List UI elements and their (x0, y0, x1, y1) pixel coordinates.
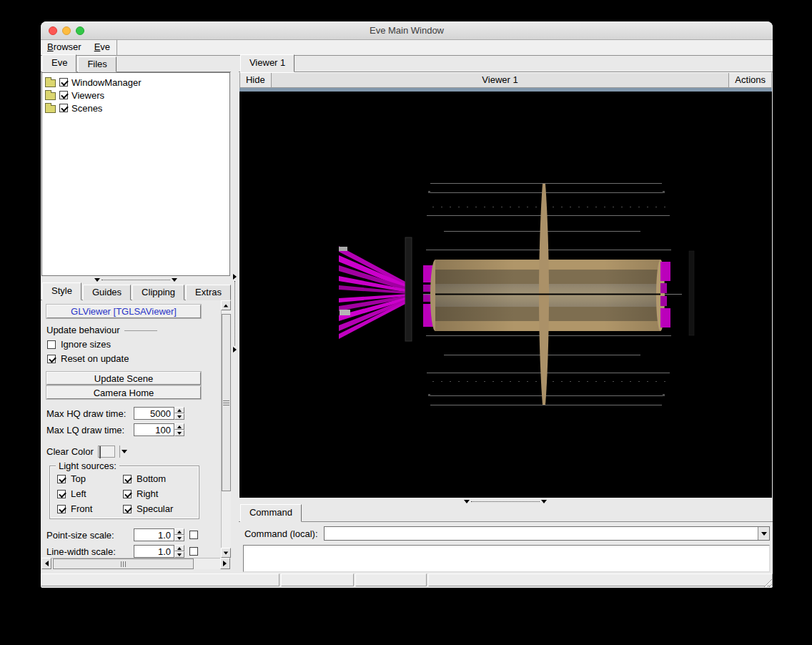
panel-vertical-splitter[interactable] (231, 56, 239, 572)
eve-main-window: Eve Main Window Browser Eve Eve Files Wi… (41, 21, 773, 588)
reset-on-update-row[interactable]: Reset on update (46, 353, 218, 364)
point-size-input[interactable] (134, 528, 174, 541)
line-width-input[interactable] (134, 545, 174, 558)
clear-color-row: Clear Color (46, 445, 218, 458)
actions-button[interactable]: Actions (728, 73, 771, 87)
folder-icon (45, 79, 56, 87)
tab-eve[interactable]: Eve (42, 54, 76, 72)
spin-up-icon[interactable] (174, 545, 184, 551)
light-front[interactable]: Front (57, 503, 123, 514)
update-behaviour-section: Update behaviour (46, 325, 218, 335)
window-title: Eve Main Window (370, 25, 444, 36)
spin-up-icon[interactable] (174, 528, 184, 535)
splitter-dots (234, 281, 235, 345)
line-width-checkbox[interactable] (189, 547, 198, 556)
light-left[interactable]: Left (57, 488, 123, 499)
camera-home-button[interactable]: Camera Home (46, 386, 201, 399)
light-top[interactable]: Top (57, 473, 123, 484)
checkbox-viewers[interactable] (59, 91, 68, 99)
glviewer-class-button[interactable]: GLViewer [TGLSAViewer] (46, 305, 201, 318)
max-hq-spinner (134, 407, 184, 420)
light-bottom-checkbox[interactable] (123, 475, 132, 483)
reset-on-update-checkbox[interactable] (47, 355, 56, 363)
section-divider (124, 330, 157, 331)
checkbox-scenes[interactable] (59, 104, 68, 112)
light-right[interactable]: Right (123, 488, 194, 499)
ignore-sizes-checkbox[interactable] (47, 340, 56, 349)
editor-vertical-scrollbar[interactable] (221, 300, 231, 558)
tab-style[interactable]: Style (42, 282, 81, 300)
max-lq-input[interactable] (134, 423, 174, 436)
light-right-checkbox[interactable] (123, 490, 132, 498)
scroll-down-icon[interactable] (221, 548, 231, 558)
scroll-right-icon[interactable] (220, 558, 230, 569)
desktop-background: Eve Main Window Browser Eve Eve Files Wi… (0, 0, 812, 645)
editor-tabbar: Style Guides Clipping Extras (41, 284, 231, 300)
folder-icon (45, 105, 56, 113)
clear-color-swatch[interactable] (98, 445, 115, 458)
scrollbar-track[interactable] (51, 558, 220, 569)
clear-color-dropdown[interactable] (119, 445, 129, 458)
tab-clipping[interactable]: Clipping (132, 285, 184, 300)
splitter-dots (471, 501, 540, 502)
update-scene-button[interactable]: Update Scene (46, 372, 201, 385)
spin-down-icon[interactable] (174, 413, 184, 420)
tab-command[interactable]: Command (240, 504, 302, 522)
scrollbar-thumb[interactable] (222, 314, 231, 491)
status-segment (355, 573, 427, 586)
light-bottom[interactable]: Bottom (123, 473, 194, 484)
checkbox-windowmanager[interactable] (59, 78, 68, 87)
point-size-checkbox[interactable] (189, 531, 198, 539)
spin-down-icon[interactable] (174, 551, 184, 558)
minimize-window-icon[interactable] (62, 26, 71, 35)
color-black (99, 446, 101, 458)
max-hq-input[interactable] (134, 407, 174, 420)
tab-viewer-1[interactable]: Viewer 1 (240, 54, 294, 72)
menu-bar: Browser Eve (41, 40, 773, 56)
left-panel: Eve Files WindowManager Viewers (41, 56, 231, 572)
light-specular-checkbox[interactable] (123, 505, 132, 513)
light-specular[interactable]: Specular (123, 503, 194, 514)
ignore-sizes-row[interactable]: Ignore sizes (46, 339, 218, 350)
light-front-checkbox[interactable] (57, 505, 66, 513)
editor-horizontal-scrollbar[interactable] (41, 558, 230, 569)
scene-tree[interactable]: WindowManager Viewers Scenes (41, 72, 230, 276)
scrollbar-track[interactable] (221, 310, 231, 548)
zoom-window-icon[interactable] (76, 26, 84, 35)
folder-icon (45, 92, 56, 100)
thumb-grip (121, 561, 126, 567)
window-titlebar[interactable]: Eve Main Window (41, 21, 773, 40)
splitter-arrow-icon (94, 278, 100, 282)
command-panel: Command (local): (239, 522, 773, 572)
detector-render (239, 92, 772, 498)
command-output[interactable] (243, 545, 770, 572)
max-lq-spinner (134, 423, 184, 436)
command-input[interactable] (325, 527, 758, 540)
gl-viewport[interactable] (239, 92, 772, 498)
light-top-checkbox[interactable] (57, 475, 66, 483)
thumb-grip (223, 400, 229, 405)
tab-extras[interactable]: Extras (186, 285, 231, 300)
scroll-left-icon[interactable] (41, 558, 51, 569)
scroll-up-icon[interactable] (221, 300, 231, 310)
tree-item-scenes[interactable]: Scenes (45, 102, 229, 114)
splitter-arrow-icon (541, 500, 547, 503)
hide-button[interactable]: Hide (240, 73, 272, 87)
spin-down-icon[interactable] (174, 535, 184, 541)
scrollbar-thumb[interactable] (53, 558, 194, 569)
line-width-row: Line-width scale: (46, 545, 218, 558)
command-combobox[interactable] (324, 526, 770, 541)
tab-files[interactable]: Files (78, 56, 116, 72)
tab-guides[interactable]: Guides (83, 285, 131, 300)
combo-dropdown-button[interactable] (758, 527, 769, 540)
menu-eve[interactable]: Eve (88, 40, 117, 55)
light-left-checkbox[interactable] (57, 490, 66, 498)
spin-up-icon[interactable] (174, 407, 184, 413)
close-window-icon[interactable] (49, 26, 57, 35)
spin-down-icon[interactable] (174, 430, 184, 436)
spin-up-icon[interactable] (174, 423, 184, 430)
tree-item-viewers[interactable]: Viewers (45, 89, 229, 102)
menu-browser[interactable]: Browser (41, 40, 88, 55)
viewer-command-splitter[interactable] (239, 498, 773, 506)
tree-item-windowmanager[interactable]: WindowManager (45, 76, 229, 89)
